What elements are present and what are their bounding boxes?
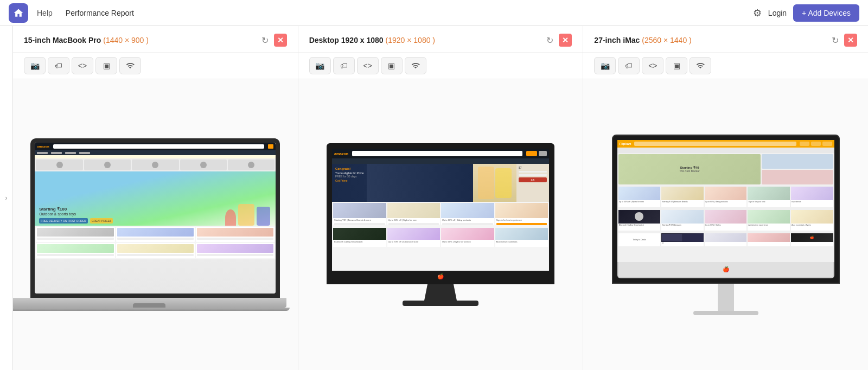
tag-button-imac[interactable]: 🏷 xyxy=(618,57,640,74)
toolbar-macbook: 📷 🏷 <> ▣ xyxy=(13,53,298,79)
monitor-screen-container: amazon Congrats! You're eligible xyxy=(327,143,554,284)
monitor-stand xyxy=(424,284,457,301)
imac-stand-neck xyxy=(718,284,734,311)
nav-performance-report[interactable]: Performance Report xyxy=(66,9,134,17)
panel-title-imac: 27-inch iMac (2560 × 1440 ) xyxy=(594,36,691,44)
device-name-desktop: Desktop 1920 x 1080 xyxy=(309,36,384,44)
amazon-nav-bar: amazon xyxy=(35,143,276,150)
login-button[interactable]: Login xyxy=(768,9,787,17)
imac-stand-base xyxy=(693,311,758,315)
panel-header-imac: 27-inch iMac (2560 × 1440 ) ↻ ✕ xyxy=(583,26,868,53)
imac-screen: Flipkart xyxy=(617,140,834,262)
amazon-screenshot-laptop: amazon xyxy=(35,143,276,294)
device-panel-desktop: Desktop 1920 x 1080 (1920 × 1080 ) ↻ ✕ 📷… xyxy=(298,26,584,370)
wifi-button-desktop[interactable] xyxy=(405,57,426,74)
flipkart-screenshot-imac: Flipkart xyxy=(617,140,834,262)
code-button-macbook[interactable]: <> xyxy=(72,57,93,74)
reload-button-macbook[interactable]: ↻ xyxy=(260,34,270,47)
monitor-mockup: amazon Congrats! You're eligible xyxy=(327,143,554,306)
monitor-base xyxy=(403,301,478,306)
screenshot-button-imac[interactable]: 📷 xyxy=(594,57,616,74)
record-button-desktop[interactable]: ▣ xyxy=(381,57,403,74)
nav-help[interactable]: Help xyxy=(37,9,53,17)
add-devices-button[interactable]: + Add Devices xyxy=(793,4,859,22)
preview-macbook: amazon xyxy=(13,79,298,370)
wifi-button-macbook[interactable] xyxy=(119,57,141,74)
imac-screen-container: Flipkart xyxy=(612,135,840,284)
close-button-imac[interactable]: ✕ xyxy=(844,34,857,47)
code-button-desktop[interactable]: <> xyxy=(357,57,379,74)
screenshot-button-desktop[interactable]: 📷 xyxy=(309,57,331,74)
reload-button-desktop[interactable]: ↻ xyxy=(545,34,554,47)
amazon-screenshot-desktop: amazon Congrats! You're eligible xyxy=(332,149,549,271)
panel-actions-macbook: ↻ ✕ xyxy=(260,34,287,47)
laptop-screen: amazon xyxy=(35,143,276,294)
record-button-imac[interactable]: ▣ xyxy=(666,57,687,74)
imac-mockup: Flipkart xyxy=(612,135,840,315)
laptop-screen-container: amazon xyxy=(30,138,280,298)
settings-icon[interactable]: ⚙ xyxy=(753,7,762,19)
close-button-macbook[interactable]: ✕ xyxy=(274,34,287,47)
imac-chin: 🍎 xyxy=(617,262,834,278)
panel-title-desktop: Desktop 1920 x 1080 (1920 × 1080 ) xyxy=(309,36,435,44)
device-resolution-desktop: (1920 × 1080 ) xyxy=(386,36,435,44)
preview-imac: Flipkart xyxy=(583,79,868,370)
logo[interactable] xyxy=(9,3,28,23)
toolbar-imac: 📷 🏷 <> ▣ xyxy=(583,53,868,79)
panel-header-macbook: 15-inch MacBook Pro (1440 × 900 ) ↻ ✕ xyxy=(13,26,298,53)
monitor-screen: amazon Congrats! You're eligible xyxy=(332,149,549,271)
monitor-chin: 🍎 xyxy=(332,271,549,282)
tag-button-desktop[interactable]: 🏷 xyxy=(333,57,355,74)
sidebar-toggle[interactable]: › xyxy=(0,26,13,370)
device-panel-imac: 27-inch iMac (2560 × 1440 ) ↻ ✕ 📷 🏷 <> ▣ xyxy=(583,26,868,370)
device-resolution-imac: (2560 × 1440 ) xyxy=(642,36,691,44)
device-name-macbook: 15-inch MacBook Pro xyxy=(24,36,101,44)
device-name-imac: 27-inch iMac xyxy=(594,36,640,44)
record-button-macbook[interactable]: ▣ xyxy=(95,57,117,74)
wifi-button-imac[interactable] xyxy=(690,57,711,74)
panel-title-macbook: 15-inch MacBook Pro (1440 × 900 ) xyxy=(24,36,149,44)
laptop-mockup: amazon xyxy=(30,138,280,311)
device-panel-macbook: 15-inch MacBook Pro (1440 × 900 ) ↻ ✕ 📷 … xyxy=(13,26,298,370)
panel-actions-desktop: ↻ ✕ xyxy=(545,34,572,47)
main-area: › 15-inch MacBook Pro (1440 × 900 ) ↻ ✕ … xyxy=(0,26,868,370)
close-button-desktop[interactable]: ✕ xyxy=(559,34,572,47)
laptop-foot xyxy=(13,308,290,311)
panel-actions-imac: ↻ ✕ xyxy=(831,34,857,47)
header: Help Performance Report ⚙ Login + Add De… xyxy=(0,0,868,26)
reload-button-imac[interactable]: ↻ xyxy=(831,34,840,47)
code-button-imac[interactable]: <> xyxy=(642,57,663,74)
device-resolution-macbook: (1440 × 900 ) xyxy=(103,36,149,44)
header-actions: ⚙ Login + Add Devices xyxy=(753,4,859,22)
panel-header-desktop: Desktop 1920 x 1080 (1920 × 1080 ) ↻ ✕ xyxy=(298,26,583,53)
screenshot-button-macbook[interactable]: 📷 xyxy=(24,57,46,74)
chevron-left-icon: › xyxy=(5,194,8,202)
tag-button-macbook[interactable]: 🏷 xyxy=(48,57,69,74)
preview-desktop: amazon Congrats! You're eligible xyxy=(298,79,583,370)
header-nav: Help Performance Report xyxy=(37,9,753,17)
toolbar-desktop: 📷 🏷 <> ▣ xyxy=(298,53,583,79)
laptop-base xyxy=(13,298,286,308)
device-panels: 15-inch MacBook Pro (1440 × 900 ) ↻ ✕ 📷 … xyxy=(13,26,868,370)
